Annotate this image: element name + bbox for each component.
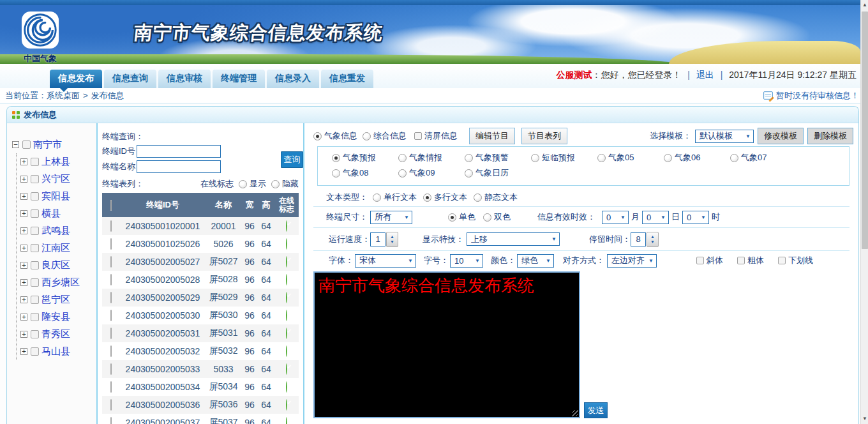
program-list-button[interactable]: 节目表列 <box>521 128 567 144</box>
radio-icon[interactable] <box>465 169 473 178</box>
collapse-icon[interactable]: − <box>12 141 19 148</box>
tree-item-label[interactable]: 马山县 <box>41 345 70 358</box>
table-row[interactable]: 240305002005037 屏5037 96 64 <box>102 414 299 424</box>
tree-item-label[interactable]: 兴宁区 <box>41 173 70 185</box>
radio-icon[interactable] <box>483 213 491 222</box>
tree-item-checkbox[interactable] <box>31 158 39 166</box>
tree-item-label[interactable]: 上林县 <box>41 156 70 168</box>
tree-item-label[interactable]: 隆安县 <box>41 311 70 323</box>
row-checkbox[interactable] <box>110 417 112 424</box>
tree-root-label[interactable]: 南宁市 <box>33 139 62 151</box>
stay-input[interactable]: 8 <box>631 232 646 246</box>
checkbox-icon[interactable] <box>778 257 786 264</box>
terminal-size-select[interactable]: 所有▼ <box>370 211 412 224</box>
tree-item-label[interactable]: 武鸣县 <box>41 225 70 237</box>
clear-screen-option[interactable]: 清屏信息 <box>414 130 458 142</box>
tree-item-checkbox[interactable] <box>31 296 39 304</box>
text-type-option[interactable]: 静态文本 <box>474 192 518 203</box>
category-option[interactable]: 气象06 <box>664 152 730 163</box>
tree-item-label[interactable]: 江南区 <box>41 242 70 254</box>
nav-tab[interactable]: 信息查询 <box>104 70 156 88</box>
message-preview[interactable]: 南宁市气象综合信息发布系统 <box>313 271 580 418</box>
tree-item-checkbox[interactable] <box>31 227 39 235</box>
font-style-option[interactable]: 下划线 <box>778 255 813 266</box>
table-row[interactable]: 240305002005034 屏5034 96 64 <box>102 378 299 396</box>
nav-tab[interactable]: 信息发布 <box>50 70 102 88</box>
nav-tab[interactable]: 信息重发 <box>321 70 373 88</box>
expand-icon[interactable]: + <box>20 227 27 234</box>
table-row[interactable]: 240305002005032 屏5032 96 64 <box>102 342 299 360</box>
info-type-option[interactable]: 气象信息 <box>313 130 357 142</box>
radio-icon[interactable] <box>664 154 672 162</box>
send-button[interactable]: 发送 <box>584 402 608 418</box>
table-row[interactable]: 240305002005029 屏5029 96 64 <box>102 289 299 307</box>
nav-tab[interactable]: 信息审核 <box>158 70 211 88</box>
row-checkbox[interactable] <box>110 292 112 303</box>
checkbox-icon[interactable] <box>696 257 704 264</box>
table-row[interactable]: 240305002005028 屏5028 96 64 <box>102 271 299 289</box>
category-option[interactable]: 气象08 <box>332 167 398 179</box>
radio-icon[interactable] <box>465 154 473 162</box>
row-checkbox[interactable] <box>110 328 112 339</box>
tree-root-checkbox[interactable] <box>22 140 31 149</box>
tree-item-label[interactable]: 横县 <box>41 208 61 220</box>
modify-template-button[interactable]: 修改模板 <box>758 128 804 144</box>
text-type-option[interactable]: 单行文本 <box>373 192 417 203</box>
radio-icon[interactable] <box>474 193 482 202</box>
radio-icon[interactable] <box>398 154 407 162</box>
text-type-option[interactable]: 多行文本 <box>423 192 467 203</box>
stay-stepper[interactable]: ▲▼ <box>647 232 659 247</box>
row-checkbox[interactable] <box>110 256 112 268</box>
category-option[interactable]: 气象预报 <box>332 152 398 163</box>
category-option[interactable]: 气象05 <box>597 152 664 163</box>
radio-icon[interactable] <box>730 154 738 162</box>
radio-icon[interactable] <box>313 132 322 140</box>
table-row[interactable]: 240305002005031 屏5031 96 64 <box>102 324 299 342</box>
tree-item-checkbox[interactable] <box>31 261 39 269</box>
checkbox-icon[interactable] <box>737 257 745 264</box>
effect-select[interactable]: 上移▼ <box>467 232 560 246</box>
table-row[interactable]: 240305001020001 20001 96 64 <box>102 217 299 235</box>
tree-item-label[interactable]: 良庆区 <box>41 259 70 271</box>
scrollbar-thumb[interactable] <box>862 11 868 249</box>
online-flag-option[interactable]: 隐藏 <box>271 178 299 190</box>
row-checkbox[interactable] <box>110 220 112 232</box>
table-row[interactable]: 240305002005033 5033 96 64 <box>102 360 299 378</box>
font-size-select[interactable]: 10▼ <box>450 254 483 268</box>
category-option[interactable]: 气象日历 <box>465 167 531 179</box>
font-select[interactable]: 宋体▼ <box>355 254 416 268</box>
checkbox-icon[interactable] <box>414 132 422 140</box>
tree-item-checkbox[interactable] <box>31 330 39 338</box>
radio-icon[interactable] <box>423 193 431 202</box>
category-option[interactable]: 短临预报 <box>531 152 597 163</box>
tree-item-checkbox[interactable] <box>31 244 39 252</box>
expand-icon[interactable]: + <box>20 331 27 338</box>
radio-icon[interactable] <box>373 193 381 202</box>
table-row[interactable]: 240305001025026 5026 96 64 <box>102 235 299 253</box>
terminal-name-input[interactable] <box>137 160 221 173</box>
row-checkbox[interactable] <box>110 381 112 393</box>
tree-item-checkbox[interactable] <box>31 278 39 287</box>
font-style-option[interactable]: 粗体 <box>737 255 764 266</box>
logout-link[interactable]: 退出 <box>696 70 714 80</box>
color-mode-option[interactable]: 双色 <box>483 211 511 223</box>
row-checkbox[interactable] <box>110 345 112 357</box>
expand-icon[interactable]: + <box>20 262 27 269</box>
radio-icon[interactable] <box>332 154 340 162</box>
font-style-option[interactable]: 斜体 <box>696 255 723 266</box>
speed-stepper[interactable]: ▲▼ <box>386 232 398 247</box>
radio-icon[interactable] <box>531 154 539 162</box>
table-row[interactable]: 240305002005036 屏5036 96 64 <box>102 396 299 414</box>
validity-select[interactable]: 0▼ <box>682 211 709 224</box>
validity-select[interactable]: 0▼ <box>602 211 629 224</box>
row-checkbox[interactable] <box>110 310 112 321</box>
nav-tab[interactable]: 终端管理 <box>213 70 265 88</box>
scroll-down-arrow[interactable]: ▼ <box>861 414 868 424</box>
nav-tab[interactable]: 信息录入 <box>267 70 319 88</box>
expand-icon[interactable]: + <box>20 245 27 252</box>
expand-icon[interactable]: + <box>20 348 27 355</box>
tree-item-checkbox[interactable] <box>31 347 39 356</box>
radio-icon[interactable] <box>597 154 606 162</box>
tree-item-checkbox[interactable] <box>31 175 39 183</box>
row-checkbox[interactable] <box>110 274 112 285</box>
